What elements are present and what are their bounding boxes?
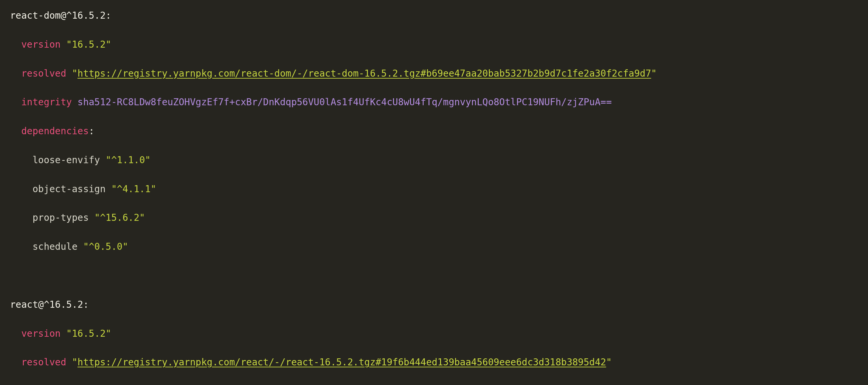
value-version: "16.5.2" bbox=[66, 39, 112, 50]
dep-range: "^4.1.1" bbox=[111, 183, 156, 195]
dep-range: "^0.5.0" bbox=[83, 241, 128, 252]
dep-name: loose-envify bbox=[32, 154, 100, 166]
key-version: version bbox=[21, 39, 61, 50]
code-line: version "16.5.2" bbox=[10, 37, 858, 51]
key-resolved: resolved bbox=[21, 68, 66, 79]
dep-name: prop-types bbox=[32, 212, 89, 223]
code-line: dependencies: bbox=[10, 124, 858, 138]
quote: " bbox=[606, 357, 612, 368]
package-header: react-dom@^16.5.2 bbox=[10, 10, 106, 21]
code-line: prop-types "^15.6.2" bbox=[10, 210, 858, 225]
code-line: resolved "https://registry.yarnpkg.com/r… bbox=[10, 355, 858, 369]
key-integrity: integrity bbox=[21, 97, 72, 108]
package-header: react@^16.5.2 bbox=[10, 299, 83, 310]
blank-line bbox=[10, 269, 858, 283]
dep-name: object-assign bbox=[32, 183, 105, 195]
code-line: resolved "https://registry.yarnpkg.com/r… bbox=[10, 66, 858, 80]
value-version: "16.5.2" bbox=[66, 328, 112, 339]
dep-range: "^1.1.0" bbox=[106, 154, 151, 166]
code-line: integrity sha512-RC8LDw8feuZOHVgzEf7f+cx… bbox=[10, 95, 858, 109]
dep-name: schedule bbox=[32, 241, 78, 252]
key-version: version bbox=[21, 328, 61, 339]
resolved-url-link[interactable]: https://registry.yarnpkg.com/react-dom/-… bbox=[78, 68, 651, 79]
code-line: react@^16.5.2: bbox=[10, 298, 858, 312]
code-line: loose-envify "^1.1.0" bbox=[10, 153, 858, 167]
resolved-url-link[interactable]: https://registry.yarnpkg.com/react/-/rea… bbox=[78, 357, 606, 368]
dep-range: "^15.6.2" bbox=[94, 212, 145, 223]
key-dependencies: dependencies bbox=[21, 126, 89, 137]
code-block[interactable]: react-dom@^16.5.2: version "16.5.2" reso… bbox=[0, 0, 868, 385]
code-line: object-assign "^4.1.1" bbox=[10, 182, 858, 196]
quote: " bbox=[72, 357, 78, 368]
colon: : bbox=[89, 126, 94, 137]
code-line: react-dom@^16.5.2: bbox=[10, 8, 858, 23]
code-line: schedule "^0.5.0" bbox=[10, 240, 858, 254]
value-integrity: sha512-RC8LDw8feuZOHVgzEf7f+cxBr/DnKdqp5… bbox=[78, 97, 612, 108]
colon: : bbox=[83, 299, 89, 310]
quote: " bbox=[72, 68, 78, 79]
colon: : bbox=[106, 10, 112, 21]
key-resolved: resolved bbox=[21, 357, 66, 368]
code-line: version "16.5.2" bbox=[10, 326, 858, 341]
quote: " bbox=[651, 68, 657, 79]
